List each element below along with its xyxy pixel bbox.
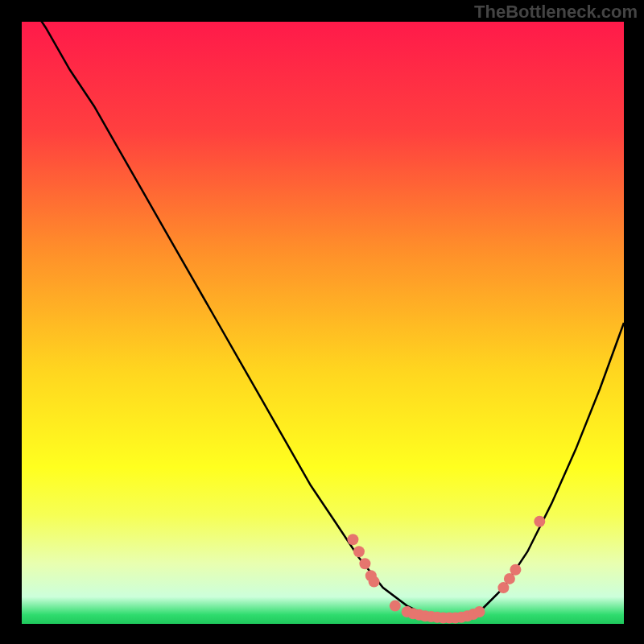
- scatter-dot: [390, 601, 401, 612]
- scatter-dot: [353, 546, 365, 557]
- scatter-dot: [369, 576, 380, 588]
- watermark-text: TheBottleneck.com: [474, 2, 638, 23]
- scatter-dot: [534, 516, 545, 527]
- chart-svg: [22, 22, 624, 624]
- scatter-dot: [510, 564, 521, 576]
- scatter-dot: [347, 534, 358, 545]
- chart-frame: TheBottleneck.com: [0, 0, 644, 644]
- scatter-dot: [474, 606, 485, 617]
- gradient-bg: [22, 22, 624, 624]
- scatter-dot: [359, 558, 370, 569]
- plot-area: [22, 22, 624, 624]
